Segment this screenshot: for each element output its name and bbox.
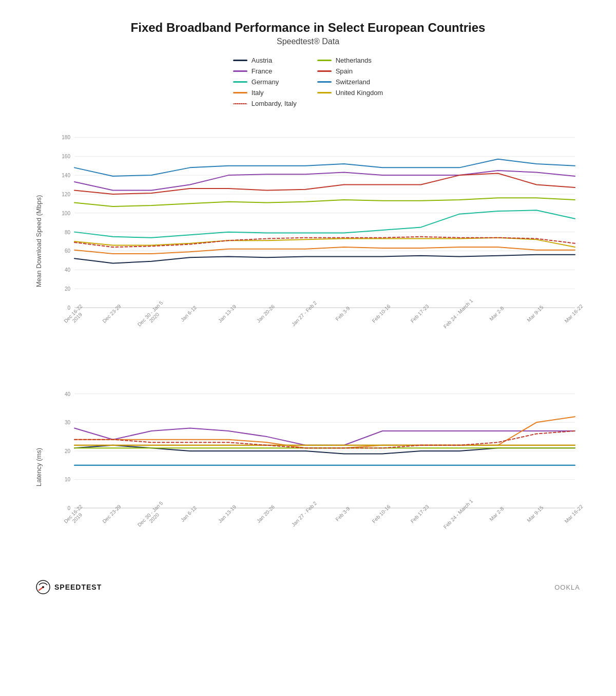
legend-italy: Italy xyxy=(233,89,297,97)
legend-austria: Austria xyxy=(233,57,297,64)
latency-chart-inner: 010203040Dec 16-222019Dec 23-29Dec 30 - … xyxy=(46,369,585,565)
legend-switzerland-label: Switzerland xyxy=(336,78,370,86)
svg-text:Mar 9-15: Mar 9-15 xyxy=(526,304,544,323)
svg-text:Jan 20-26: Jan 20-26 xyxy=(256,304,276,324)
svg-text:Jan 6-12: Jan 6-12 xyxy=(180,505,198,523)
svg-text:10: 10 xyxy=(65,477,71,482)
legend-switzerland: Switzerland xyxy=(317,78,383,86)
svg-text:Dec 16-222019: Dec 16-222019 xyxy=(63,303,87,328)
svg-text:Mar 9-15: Mar 9-15 xyxy=(526,504,544,523)
legend-netherlands: Netherlands xyxy=(317,57,383,64)
svg-text:40: 40 xyxy=(65,267,71,273)
svg-text:0: 0 xyxy=(67,305,70,311)
legend-germany-label: Germany xyxy=(252,78,279,86)
legend-lombardy-label: Lombardy, Italy xyxy=(252,100,297,107)
legend-netherlands-label: Netherlands xyxy=(336,57,372,64)
svg-text:Feb 17-23: Feb 17-23 xyxy=(410,503,430,524)
legend-france: France xyxy=(233,67,297,75)
svg-text:Feb 24 - March 1: Feb 24 - March 1 xyxy=(442,498,474,530)
legend-italy-label: Italy xyxy=(252,89,264,97)
legend-spain-label: Spain xyxy=(336,67,353,75)
footer: SPEEDTEST OOKLA xyxy=(31,580,585,594)
svg-text:100: 100 xyxy=(62,211,70,216)
svg-text:Dec 23-29: Dec 23-29 xyxy=(101,503,122,524)
svg-text:Feb 10-16: Feb 10-16 xyxy=(371,503,392,524)
svg-text:Jan 13-19: Jan 13-19 xyxy=(217,304,238,324)
chart-title: Fixed Broadband Performance in Select Eu… xyxy=(131,21,486,35)
speedtest-logo: SPEEDTEST xyxy=(36,580,102,594)
latency-y-axis-label: Latency (ms) xyxy=(31,369,46,565)
svg-text:Jan 27 - Feb 2: Jan 27 - Feb 2 xyxy=(291,300,318,328)
svg-text:20: 20 xyxy=(65,286,71,292)
svg-text:Dec 23-29: Dec 23-29 xyxy=(101,303,122,324)
svg-text:Feb 24 - March 1: Feb 24 - March 1 xyxy=(442,297,474,329)
download-chart-inner: 020406080100120140160180Dec 16-222019Dec… xyxy=(46,118,585,364)
svg-text:60: 60 xyxy=(65,248,71,254)
svg-text:Dec 30 - Jan 52020: Dec 30 - Jan 52020 xyxy=(137,299,168,331)
chart-subtitle: Speedtest® Data xyxy=(277,37,339,46)
svg-text:140: 140 xyxy=(62,173,70,178)
svg-text:160: 160 xyxy=(62,154,70,159)
svg-text:Dec 16-222019: Dec 16-222019 xyxy=(63,503,87,528)
legend-lombardy: Lombardy, Italy xyxy=(233,100,297,107)
latency-chart-section: Latency (ms) 010203040Dec 16-222019Dec 2… xyxy=(31,369,585,565)
svg-text:80: 80 xyxy=(65,230,71,235)
svg-text:Dec 30 - Jan 52020: Dec 30 - Jan 52020 xyxy=(137,500,168,532)
latency-svg: 010203040Dec 16-222019Dec 23-29Dec 30 - … xyxy=(46,369,585,565)
legend-uk: United Kingdom xyxy=(317,89,383,97)
ookla-text: OOKLA xyxy=(554,584,580,591)
svg-text:180: 180 xyxy=(62,135,70,140)
download-chart-section: Mean Download Speed (Mbps) 0204060801001… xyxy=(31,118,585,364)
chart-legend: Austria Netherlands France Spain Germany… xyxy=(233,57,383,107)
svg-text:Jan 20-26: Jan 20-26 xyxy=(256,504,276,524)
svg-text:20: 20 xyxy=(65,448,71,454)
download-svg: 020406080100120140160180Dec 16-222019Dec… xyxy=(46,118,585,364)
legend-france-label: France xyxy=(252,67,272,75)
svg-text:Feb 17-23: Feb 17-23 xyxy=(410,303,430,324)
svg-point-61 xyxy=(42,586,44,588)
svg-text:Mar 16-22: Mar 16-22 xyxy=(564,503,584,524)
legend-germany: Germany xyxy=(233,78,297,86)
speedtest-text: SPEEDTEST xyxy=(54,583,102,591)
svg-text:Jan 27 - Feb 2: Jan 27 - Feb 2 xyxy=(291,500,318,528)
svg-text:Mar 16-22: Mar 16-22 xyxy=(564,303,584,324)
svg-text:120: 120 xyxy=(62,192,70,197)
svg-text:40: 40 xyxy=(65,391,71,397)
legend-uk-label: United Kingdom xyxy=(336,89,383,97)
legend-austria-label: Austria xyxy=(252,57,272,64)
legend-spain: Spain xyxy=(317,67,383,75)
svg-text:0: 0 xyxy=(67,505,70,511)
speedtest-icon xyxy=(36,580,50,594)
svg-text:Jan 13-19: Jan 13-19 xyxy=(217,504,238,524)
svg-text:Jan 6-12: Jan 6-12 xyxy=(180,305,198,323)
download-y-axis-label: Mean Download Speed (Mbps) xyxy=(31,118,46,364)
svg-text:30: 30 xyxy=(65,420,71,425)
svg-text:Feb 10-16: Feb 10-16 xyxy=(371,303,392,324)
